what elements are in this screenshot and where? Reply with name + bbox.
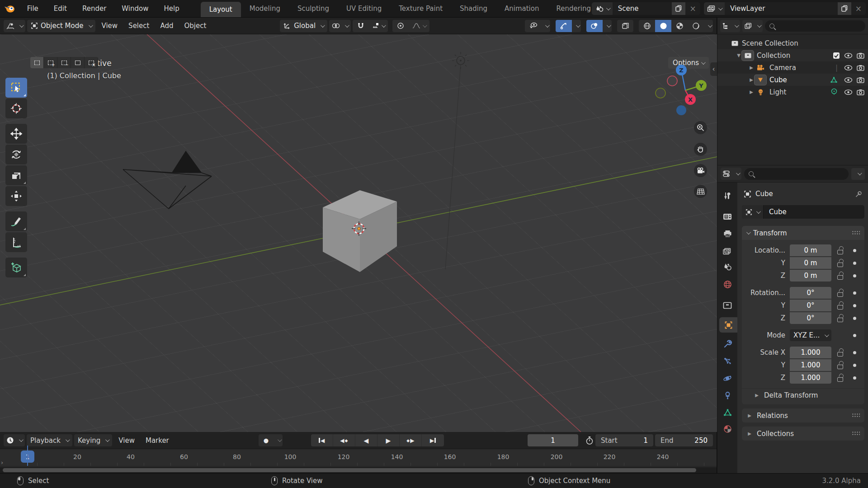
- shading-rendered-button[interactable]: [688, 20, 704, 32]
- navigation-gizmo[interactable]: Z Y X: [651, 52, 717, 125]
- menu-render[interactable]: Render: [75, 0, 114, 17]
- location-y-field[interactable]: 0 m: [790, 257, 831, 269]
- play-reverse-button[interactable]: ◀: [355, 434, 377, 446]
- tool-select-box[interactable]: [5, 78, 27, 98]
- proportional-editing-toggle[interactable]: [392, 20, 409, 32]
- lock-icon[interactable]: [837, 292, 843, 297]
- lock-icon[interactable]: [837, 377, 843, 382]
- disable-render-camera-icon[interactable]: [857, 65, 864, 71]
- tab-shading[interactable]: Shading: [451, 0, 496, 17]
- animate-dot[interactable]: [853, 249, 856, 252]
- tab-world[interactable]: [717, 277, 737, 292]
- gizmo-dropdown[interactable]: [572, 20, 581, 32]
- transform-panel-header[interactable]: Transform: [742, 226, 864, 240]
- outliner-row-camera[interactable]: ▶ Camera |: [717, 61, 868, 74]
- snap-toggle[interactable]: [353, 20, 369, 32]
- object-name-value[interactable]: Cube: [764, 205, 787, 219]
- rotation-z-field[interactable]: 0°: [790, 312, 831, 324]
- scrollbar-thumb[interactable]: [3, 468, 696, 472]
- shading-dropdown[interactable]: [704, 20, 713, 32]
- show-overlays-toggle[interactable]: [586, 20, 603, 32]
- hide-viewport-eye-icon[interactable]: [844, 52, 853, 59]
- animate-dot[interactable]: [853, 334, 856, 337]
- menu-view[interactable]: View: [97, 22, 123, 30]
- delta-transform-subpanel[interactable]: ▶ Delta Transform: [742, 388, 864, 402]
- breadcrumb-object-name[interactable]: Cube: [755, 190, 773, 198]
- viewlayer-remove-button[interactable]: ×: [851, 2, 866, 15]
- tab-rendering[interactable]: Rendering: [547, 0, 591, 17]
- scale-y-field[interactable]: 1.000: [790, 359, 831, 371]
- animate-dot[interactable]: [853, 364, 856, 367]
- orthographic-toggle-button[interactable]: [694, 185, 707, 198]
- tab-render[interactable]: [717, 209, 737, 224]
- pivot-point-dropdown[interactable]: [329, 20, 351, 32]
- current-frame-field[interactable]: 1: [528, 434, 578, 446]
- disable-render-camera-icon[interactable]: [857, 77, 864, 83]
- tab-scene[interactable]: [717, 259, 737, 275]
- tab-modifiers[interactable]: [717, 336, 737, 352]
- drag-handle-icon[interactable]: [852, 230, 860, 235]
- tab-object-data[interactable]: [717, 405, 737, 420]
- scale-z-field[interactable]: 1.000: [790, 372, 831, 384]
- timeline-scrollbar[interactable]: [0, 467, 717, 473]
- jump-to-start-button[interactable]: ◀: [311, 434, 333, 446]
- timeline-expand-icon[interactable]: ›: [1, 459, 3, 466]
- lock-icon[interactable]: [837, 318, 843, 322]
- hide-viewport-eye-icon[interactable]: [844, 65, 853, 71]
- next-keyframe-button[interactable]: ◆▶: [400, 434, 422, 446]
- sidebar-collapse-handle[interactable]: ‹: [710, 62, 717, 76]
- keying-menu[interactable]: Keying: [74, 434, 112, 446]
- menu-select[interactable]: Select: [124, 22, 154, 30]
- menu-object[interactable]: Object: [179, 22, 211, 30]
- tool-rotate[interactable]: [5, 145, 27, 164]
- camera-view-button[interactable]: [694, 164, 707, 177]
- tab-constraints[interactable]: [717, 388, 737, 403]
- drag-handle-icon[interactable]: [852, 431, 860, 436]
- select-set-button[interactable]: [30, 57, 44, 68]
- playback-menu[interactable]: Playback: [27, 434, 72, 446]
- tab-view-layer[interactable]: [717, 243, 737, 258]
- lock-icon[interactable]: [837, 305, 843, 310]
- lock-icon[interactable]: [837, 263, 843, 267]
- transform-orientation-dropdown[interactable]: Global: [280, 20, 327, 32]
- animate-dot[interactable]: [853, 274, 856, 277]
- lock-icon[interactable]: [837, 352, 843, 357]
- end-frame-field[interactable]: End250: [655, 434, 713, 446]
- outliner-editor-type-button[interactable]: [720, 20, 740, 32]
- animate-dot[interactable]: [853, 351, 856, 354]
- properties-options-dropdown[interactable]: [851, 168, 865, 180]
- xray-toggle[interactable]: [617, 20, 633, 32]
- axis-z-ball[interactable]: Z: [676, 65, 687, 75]
- tab-output[interactable]: [717, 226, 737, 241]
- tab-physics[interactable]: [717, 371, 737, 386]
- outliner-row-collection[interactable]: ▼ Collection: [717, 49, 868, 61]
- show-gizmo-toggle[interactable]: [556, 20, 572, 32]
- tool-transform[interactable]: [5, 186, 27, 206]
- timeline-marker-menu[interactable]: Marker: [141, 436, 174, 445]
- object-name-field[interactable]: Cube: [742, 205, 864, 219]
- scale-x-field[interactable]: 1.000: [790, 347, 831, 358]
- visibility-dropdown[interactable]: [541, 20, 550, 32]
- drag-handle-icon[interactable]: [852, 413, 860, 418]
- select-intersect-button[interactable]: ×: [85, 57, 98, 68]
- shading-wireframe-button[interactable]: [639, 20, 655, 32]
- timeline-editor-type-button[interactable]: [4, 434, 25, 446]
- viewlayer-browse-button[interactable]: [704, 2, 725, 15]
- pin-icon[interactable]: [855, 190, 863, 198]
- select-invert-button[interactable]: [71, 57, 85, 68]
- outliner-display-mode-button[interactable]: [742, 20, 763, 32]
- location-x-field[interactable]: 0 m: [790, 244, 831, 256]
- outliner-row-light[interactable]: ▶ Light: [717, 86, 868, 98]
- timeline-view-menu[interactable]: View: [114, 436, 139, 445]
- animate-dot[interactable]: [853, 317, 856, 320]
- disclosure-triangle-icon[interactable]: ▶: [748, 89, 755, 94]
- tab-object[interactable]: [719, 317, 737, 333]
- previous-keyframe-button[interactable]: ◀◆: [333, 434, 355, 446]
- tab-uv-editing[interactable]: UV Editing: [338, 0, 390, 17]
- lock-icon[interactable]: [837, 250, 843, 254]
- tool-annotate[interactable]: [5, 211, 27, 231]
- disclosure-triangle-icon[interactable]: ▶: [748, 65, 755, 70]
- blender-logo-icon[interactable]: [0, 0, 19, 17]
- location-z-field[interactable]: 0 m: [790, 270, 831, 282]
- axis-x-ball[interactable]: X: [685, 94, 696, 105]
